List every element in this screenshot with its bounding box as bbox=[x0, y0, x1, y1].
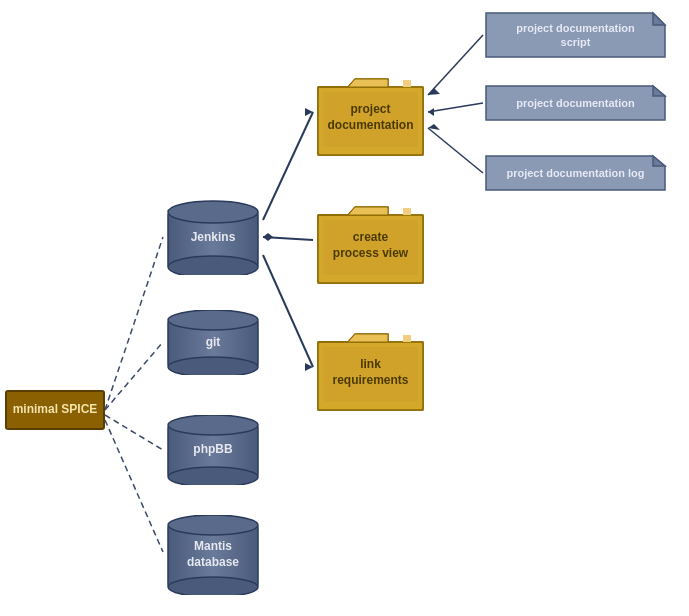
svg-line-1 bbox=[105, 342, 163, 410]
phpbb-node: phpBB bbox=[163, 415, 263, 485]
diagram-container: minimal SPICE Jenkins gi bbox=[0, 0, 689, 616]
proj-doc-script-label: project documentationscript bbox=[508, 21, 643, 50]
proj-doc-label: project documentation bbox=[508, 96, 643, 110]
svg-line-4 bbox=[263, 112, 313, 220]
link-req-folder: linkrequirements bbox=[313, 320, 428, 415]
svg-marker-15 bbox=[428, 124, 440, 130]
svg-line-14 bbox=[428, 128, 483, 173]
proj-doc-script-node: project documentationscript bbox=[483, 10, 668, 60]
svg-line-8 bbox=[263, 255, 313, 367]
jenkins-label: Jenkins bbox=[191, 230, 236, 246]
create-process-folder-label: createprocess view bbox=[333, 230, 408, 261]
svg-point-26 bbox=[168, 515, 258, 535]
proj-doc-node: project documentation bbox=[483, 83, 668, 123]
svg-line-3 bbox=[105, 420, 163, 552]
project-doc-folder: projectdocumentation bbox=[313, 65, 428, 160]
link-req-folder-label: linkrequirements bbox=[332, 357, 408, 388]
svg-line-2 bbox=[105, 415, 163, 450]
svg-marker-5 bbox=[305, 108, 313, 116]
jenkins-node: Jenkins bbox=[163, 200, 263, 275]
svg-point-27 bbox=[168, 577, 258, 595]
svg-point-20 bbox=[168, 310, 258, 330]
phpbb-label: phpBB bbox=[193, 442, 232, 458]
git-label: git bbox=[206, 335, 221, 351]
svg-point-21 bbox=[168, 357, 258, 375]
svg-marker-11 bbox=[428, 88, 440, 95]
proj-doc-log-node: project documentation log bbox=[483, 153, 668, 193]
mantis-node: Mantisdatabase bbox=[163, 515, 263, 595]
svg-marker-7 bbox=[263, 233, 273, 241]
minimal-spice-node: minimal SPICE bbox=[5, 390, 105, 430]
mantis-label: Mantisdatabase bbox=[187, 539, 239, 570]
svg-marker-13 bbox=[428, 108, 434, 116]
svg-point-24 bbox=[168, 467, 258, 485]
svg-point-17 bbox=[168, 201, 258, 223]
svg-point-23 bbox=[168, 415, 258, 435]
create-process-folder: createprocess view bbox=[313, 193, 428, 288]
git-node: git bbox=[163, 310, 263, 375]
svg-line-6 bbox=[263, 237, 313, 240]
svg-point-18 bbox=[168, 256, 258, 275]
project-doc-folder-label: projectdocumentation bbox=[328, 102, 414, 133]
proj-doc-log-label: project documentation log bbox=[498, 166, 652, 180]
svg-line-10 bbox=[428, 35, 483, 95]
svg-line-12 bbox=[428, 103, 483, 112]
svg-marker-9 bbox=[305, 363, 313, 371]
svg-line-0 bbox=[105, 237, 163, 410]
minimal-spice-label: minimal SPICE bbox=[9, 398, 102, 422]
